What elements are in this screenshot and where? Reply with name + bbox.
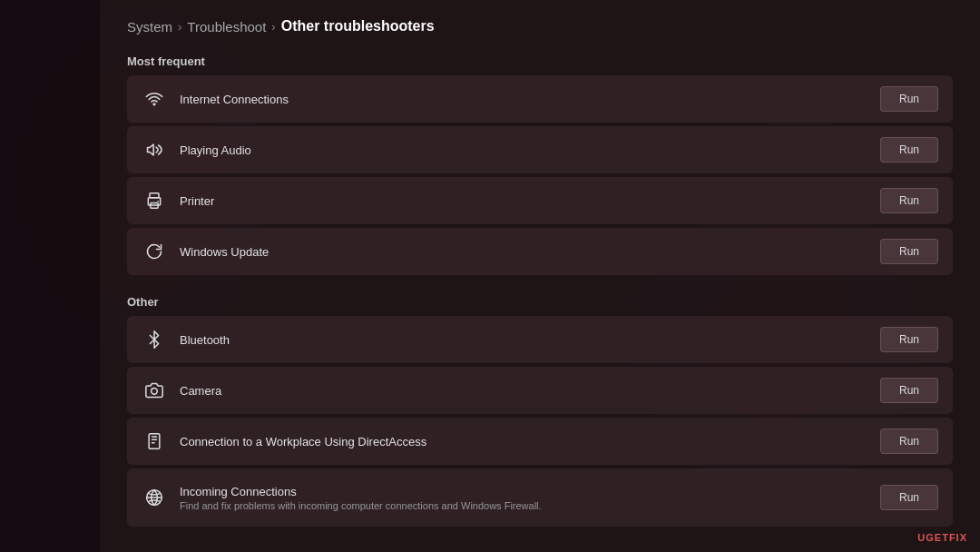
row-windows-update: Windows Update Run xyxy=(127,228,953,275)
row-internet-connections: Internet Connections Run xyxy=(127,75,953,123)
main-panel: System › Troubleshoot › Other troublesho… xyxy=(100,0,980,552)
svg-point-6 xyxy=(152,389,158,395)
run-bluetooth-button[interactable]: Run xyxy=(880,327,938,352)
camera-content: Camera xyxy=(180,384,880,398)
svg-point-5 xyxy=(157,201,159,202)
run-playing-audio-button[interactable]: Run xyxy=(880,137,938,163)
breadcrumb-current: Other troubleshooters xyxy=(281,18,435,34)
watermark: UGETFIX xyxy=(917,532,967,543)
svg-marker-1 xyxy=(148,144,154,155)
wifi-icon xyxy=(142,86,167,112)
row-printer: Printer Run xyxy=(127,177,953,224)
svg-point-0 xyxy=(153,104,155,105)
windows-update-content: Windows Update xyxy=(180,245,880,259)
breadcrumb-sep1: › xyxy=(178,20,181,34)
bluetooth-content: Bluetooth xyxy=(180,333,880,347)
run-connection-workplace-button[interactable]: Run xyxy=(880,429,938,454)
row-connection-workplace: Connection to a Workplace Using DirectAc… xyxy=(127,418,953,465)
network-icon xyxy=(142,485,167,510)
run-incoming-connections-button[interactable]: Run xyxy=(880,485,938,510)
run-printer-button[interactable]: Run xyxy=(880,188,938,213)
sidebar xyxy=(0,0,100,552)
row-bluetooth: Bluetooth Run xyxy=(127,316,953,363)
watermark-prefix: U xyxy=(917,532,926,543)
workplace-icon xyxy=(142,429,167,454)
watermark-suffix: FIX xyxy=(949,532,967,543)
printer-content: Printer xyxy=(180,194,880,208)
incoming-connections-content: Incoming Connections Find and fix proble… xyxy=(180,485,880,511)
update-icon xyxy=(142,239,167,264)
row-incoming-connections: Incoming Connections Find and fix proble… xyxy=(127,468,953,527)
section-label-most-frequent: Most frequent xyxy=(127,54,953,68)
incoming-connections-title: Incoming Connections xyxy=(180,485,880,498)
camera-icon xyxy=(142,378,167,403)
breadcrumb-system[interactable]: System xyxy=(127,19,172,34)
connection-workplace-content: Connection to a Workplace Using DirectAc… xyxy=(180,435,880,448)
internet-connections-title: Internet Connections xyxy=(180,93,880,106)
breadcrumb: System › Troubleshoot › Other troublesho… xyxy=(127,18,953,34)
row-playing-audio: Playing Audio Run xyxy=(127,126,953,173)
printer-title: Printer xyxy=(180,194,880,208)
run-windows-update-button[interactable]: Run xyxy=(880,239,938,264)
camera-title: Camera xyxy=(180,384,880,398)
row-camera: Camera Run xyxy=(127,367,953,414)
watermark-accent: GET xyxy=(926,532,949,543)
breadcrumb-troubleshoot[interactable]: Troubleshoot xyxy=(187,19,266,34)
audio-icon xyxy=(142,137,167,163)
playing-audio-title: Playing Audio xyxy=(180,143,880,157)
internet-connections-content: Internet Connections xyxy=(180,93,880,106)
printer-icon xyxy=(142,188,167,213)
bluetooth-icon xyxy=(142,327,167,352)
bluetooth-title: Bluetooth xyxy=(180,333,880,347)
run-internet-connections-button[interactable]: Run xyxy=(880,86,938,112)
playing-audio-content: Playing Audio xyxy=(180,143,880,157)
connection-workplace-title: Connection to a Workplace Using DirectAc… xyxy=(180,435,880,448)
run-camera-button[interactable]: Run xyxy=(880,378,938,403)
windows-update-title: Windows Update xyxy=(180,245,880,259)
breadcrumb-sep2: › xyxy=(271,20,275,34)
svg-rect-7 xyxy=(149,434,160,449)
section-label-other: Other xyxy=(127,295,953,309)
incoming-connections-subtitle: Find and fix problems with incoming comp… xyxy=(180,500,880,511)
